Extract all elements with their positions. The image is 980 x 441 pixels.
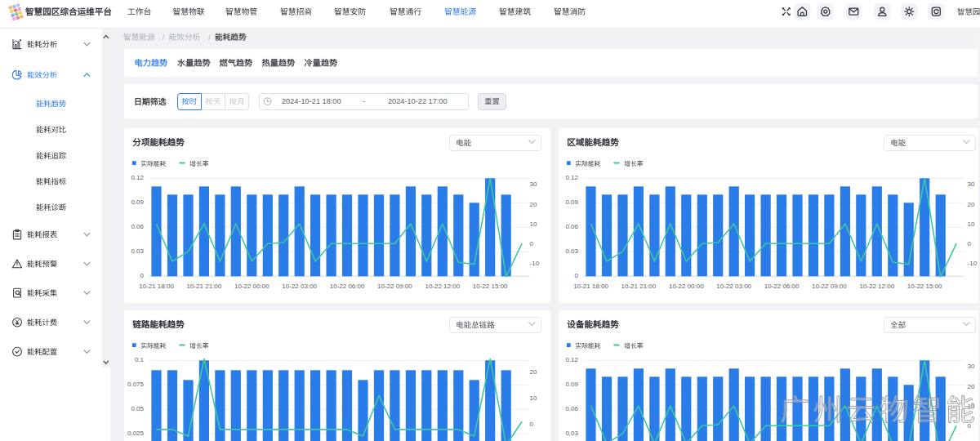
svg-text:/: / <box>208 33 211 42</box>
svg-text:2024-10-21 18:00: 2024-10-21 18:00 <box>282 97 341 105</box>
svg-text:-: - <box>363 97 365 105</box>
svg-text:/: / <box>163 33 165 42</box>
svg-text:2024-10-22 17:00: 2024-10-22 17:00 <box>388 97 448 105</box>
